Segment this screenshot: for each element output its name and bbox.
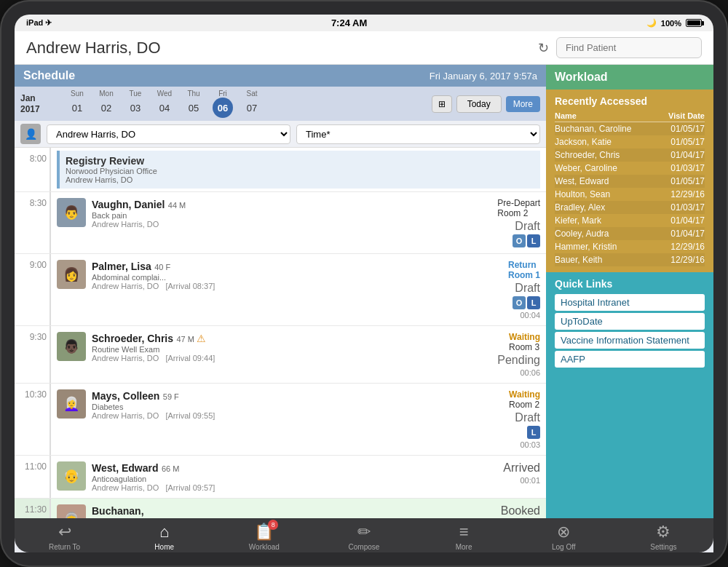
nav-home[interactable]: ⌂ Home — [139, 523, 190, 551]
appt-schroeder[interactable]: 👨🏿 Schroeder, Chris 47 M ⚠ Routine Well … — [57, 329, 540, 380]
appt-mays[interactable]: 👩‍🦳 Mays, Colleen 59 F Diabetes Andrew H… — [57, 386, 540, 452]
badge-l-vaughn: L — [527, 234, 540, 247]
appt-palmer-complaint: Abdominal complai... — [92, 273, 462, 282]
quick-link-item-1[interactable]: UpToDate — [555, 313, 705, 330]
ra-date: 12/29/16 — [657, 253, 705, 266]
appt-buchanan[interactable]: 👵 Buchanan,Caroline 73 F ⚠ Consultation — [57, 501, 540, 518]
booked-label-buchanan: Booked — [501, 504, 540, 518]
day-sat[interactable]: Sat 07 — [237, 90, 266, 118]
nav-label-settings: Settings — [650, 543, 676, 551]
nav-compose[interactable]: ✏ Compose — [339, 523, 389, 551]
provider-name: Andrew Harris, DO — [26, 39, 161, 58]
registry-review-item[interactable]: Registry Review Norwood Physician Office… — [57, 151, 540, 189]
recently-accessed-row[interactable]: Weber, Caroline01/03/17 — [555, 162, 705, 175]
slot-1030-content: 👩‍🦳 Mays, Colleen 59 F Diabetes Andrew H… — [51, 384, 546, 455]
appt-west-name: West, Edward — [92, 462, 159, 474]
quick-link-item-3[interactable]: AAFP — [555, 351, 705, 368]
recently-accessed-row[interactable]: Schroeder, Chris01/04/17 — [555, 148, 705, 162]
workload-section: Workload — [546, 65, 713, 90]
ra-date: 12/29/16 — [657, 188, 705, 201]
draft-badges-mays: L — [527, 426, 540, 439]
draft-label-mays: Draft — [515, 411, 540, 424]
nav-return-to[interactable]: ↩ Return To — [39, 523, 90, 551]
compose-icon: ✏ — [357, 523, 371, 542]
recently-accessed-row[interactable]: West, Edward01/05/17 — [555, 175, 705, 188]
warning-icon-schroeder: ⚠ — [197, 333, 206, 344]
appt-palmer[interactable]: 👩 Palmer, Lisa 40 F Abdominal complai...… — [57, 257, 540, 322]
registry-location: Norwood Physician Office — [66, 167, 534, 175]
quick-link-item-2[interactable]: Vaccine Information Statement — [555, 332, 705, 349]
recently-accessed-row[interactable]: Jackson, Katie01/05/17 — [555, 135, 705, 148]
appt-west-age: 66 M — [162, 464, 179, 473]
time-select[interactable]: Time* — [296, 124, 540, 144]
time-slot-1030: 10:30 👩‍🦳 Mays, Colleen 59 F Diabetes An… — [15, 384, 546, 456]
recently-accessed-row[interactable]: Houlton, Sean12/29/16 — [555, 188, 705, 201]
filter-row: 👤 Andrew Harris, DO Time* — [15, 121, 546, 148]
badge-l-mays: L — [527, 426, 540, 439]
waiting-label-mays: WaitingRoom 2 — [509, 389, 540, 410]
refresh-icon[interactable]: ↻ — [538, 40, 549, 56]
ra-name: Schroeder, Chris — [555, 148, 657, 162]
appt-vaughn-info: Vaughn, Daniel 44 M Back pain Andrew Har… — [92, 198, 462, 229]
moon-icon: 🌙 — [646, 18, 657, 28]
appt-vaughn-status: Pre-DepartRoom 2 Draft O L — [467, 198, 540, 247]
appt-mays-provider: Andrew Harris, DO [Arrival 09:55] — [92, 411, 462, 420]
status-room-vaughn: Pre-DepartRoom 2 — [497, 198, 540, 218]
provider-select[interactable]: Andrew Harris, DO — [47, 124, 290, 144]
recently-accessed-row[interactable]: Buchanan, Caroline01/05/17 — [555, 122, 705, 136]
pending-label-schroeder: Pending — [497, 354, 540, 367]
draft-badges-palmer: O L — [513, 296, 540, 309]
day-fri[interactable]: Fri 06 — [208, 90, 237, 118]
nav-workload[interactable]: 📋 8 Workload — [239, 523, 290, 551]
day-sun[interactable]: Sun 01 — [63, 90, 92, 118]
appt-schroeder-provider: Andrew Harris, DO [Arrival 09:44] — [92, 354, 462, 362]
appt-vaughn[interactable]: 👨 Vaughn, Daniel 44 M Back pain Andrew H… — [57, 195, 540, 250]
avatar-schroeder: 👨🏿 — [57, 332, 86, 361]
recently-accessed-row[interactable]: Bradley, Alex01/03/17 — [555, 201, 705, 214]
battery-bar — [686, 19, 702, 27]
appt-vaughn-complaint: Back pain — [92, 211, 462, 220]
device-name: iPad ✈ — [26, 18, 52, 28]
recently-accessed-row[interactable]: Kiefer, Mark01/04/17 — [555, 214, 705, 227]
time-slot-830: 8:30 👨 Vaughn, Daniel 44 M Back pain And… — [15, 192, 546, 254]
quick-link-item-0[interactable]: Hospital Intranet — [555, 294, 705, 311]
recently-accessed-row[interactable]: Cooley, Audra01/04/17 — [555, 227, 705, 240]
day-tue[interactable]: Tue 03 — [121, 90, 150, 118]
workload-badge-container: 📋 8 — [254, 523, 274, 542]
quick-links-title: Quick Links — [555, 278, 705, 290]
nav-logoff[interactable]: ⊗ Log Off — [538, 523, 589, 551]
ra-name: Buchanan, Caroline — [555, 122, 657, 136]
draft-label-vaughn: Draft — [515, 220, 540, 233]
avatar-buchanan: 👵 — [57, 504, 86, 518]
time-in-schroeder: 00:06 — [520, 368, 540, 377]
grid-view-button[interactable]: ⊞ — [432, 95, 452, 113]
appt-vaughn-provider: Andrew Harris, DO — [92, 220, 462, 229]
appt-vaughn-age: 44 M — [168, 201, 186, 210]
ra-date: 01/04/17 — [657, 148, 705, 162]
badge-o-vaughn: O — [513, 234, 526, 247]
day-thu[interactable]: Thu 05 — [179, 90, 208, 118]
status-time: 7:24 AM — [331, 17, 367, 28]
today-button[interactable]: Today — [456, 95, 502, 113]
days-row: Sun 01 Mon 02 Tue 03 Wed — [63, 90, 426, 118]
slot-1100-content: 👴 West, Edward 66 M Anticoagulation Andr… — [51, 456, 546, 498]
day-wed[interactable]: Wed 04 — [150, 90, 179, 118]
appt-schroeder-name: Schroeder, Chris — [92, 333, 173, 344]
status-right: 🌙 100% — [646, 18, 702, 28]
waiting-label-schroeder: WaitingRoom 3 — [509, 332, 540, 352]
nav-more[interactable]: ≡ More — [438, 523, 489, 551]
find-patient-input[interactable] — [556, 37, 702, 58]
appt-west-provider: Andrew Harris, DO [Arrival 09:57] — [92, 483, 462, 492]
nav-settings[interactable]: ⚙ Settings — [638, 523, 689, 551]
return-to-icon: ↩ — [58, 523, 71, 542]
recently-accessed-row[interactable]: Hammer, Kristin12/29/16 — [555, 240, 705, 253]
recently-accessed-table: Name Visit Date Buchanan, Caroline01/05/… — [555, 110, 705, 266]
time-in-west: 00:01 — [520, 476, 540, 485]
appt-west[interactable]: 👴 West, Edward 66 M Anticoagulation Andr… — [57, 459, 540, 495]
recently-accessed-title: Recently Accessed — [555, 95, 705, 107]
more-schedule-button[interactable]: More — [506, 96, 540, 112]
appt-palmer-status: ReturnRoom 1 Draft O L 00:04 — [467, 260, 540, 320]
day-mon[interactable]: Mon 02 — [92, 90, 121, 118]
status-bar: iPad ✈ 7:24 AM 🌙 100% — [15, 15, 713, 31]
recently-accessed-row[interactable]: Bauer, Keith12/29/16 — [555, 253, 705, 266]
